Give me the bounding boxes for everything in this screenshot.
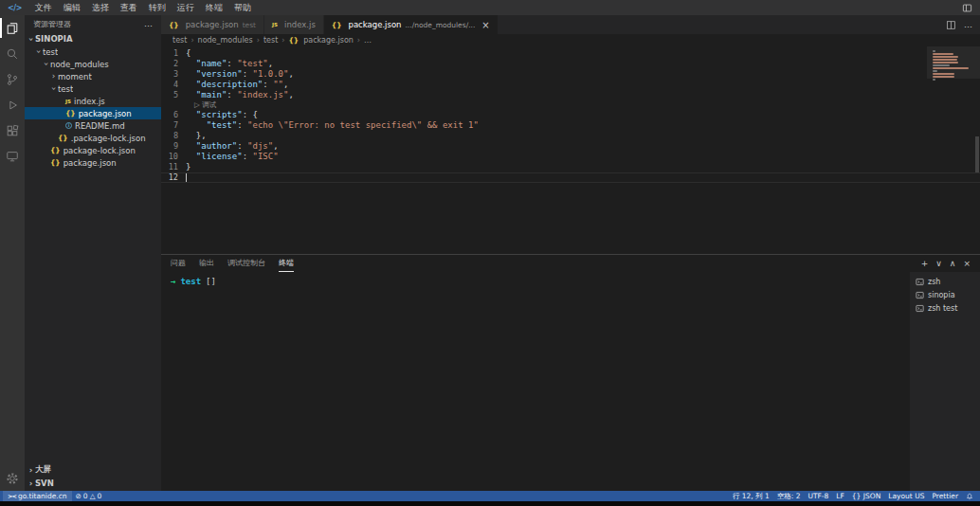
terminal-picker-icon[interactable]: ∨ <box>935 260 942 268</box>
panel-tab[interactable]: 输出 <box>199 255 214 272</box>
remote-explorer-icon[interactable] <box>0 143 25 169</box>
more-actions-icon[interactable]: … <box>144 19 153 28</box>
new-terminal-icon[interactable]: + <box>921 260 929 268</box>
status-item[interactable]: LF <box>832 491 848 501</box>
code-line[interactable]: 11} <box>161 162 980 172</box>
scrollbar-thumb[interactable] <box>975 136 979 172</box>
menu-item[interactable]: 选择 <box>86 0 115 15</box>
terminal-list-label: zsh <box>928 278 940 286</box>
minimap-line <box>933 79 935 81</box>
status-right: 行 12, 列 1空格: 2UTF-8LF{} JSONLayout USPre… <box>729 491 977 501</box>
codelens-row[interactable]: ▷ 调试 <box>161 100 980 110</box>
bell-icon[interactable] <box>962 491 977 501</box>
breadcrumb-item[interactable]: test <box>172 36 187 45</box>
editor-tab[interactable]: {}package.json.../node_modules/...× <box>324 15 499 34</box>
code-line[interactable]: 7 "test": "echo \"Error: no test specifi… <box>161 120 980 131</box>
tree-item[interactable]: {}.package-lock.json <box>25 132 161 144</box>
tree-item[interactable]: {}package.json <box>25 107 161 119</box>
sidebar-section[interactable]: ›SVN <box>25 477 161 490</box>
menu-item[interactable]: 帮助 <box>228 0 257 15</box>
status-item[interactable]: 行 12, 列 1 <box>729 491 773 501</box>
status-item[interactable]: Prettier <box>928 491 962 501</box>
close-panel-icon[interactable]: × <box>963 260 971 268</box>
minimap[interactable] <box>933 50 971 81</box>
menu-item[interactable]: 终端 <box>200 0 228 15</box>
code-line[interactable]: 9 "author": "djs", <box>161 141 980 152</box>
tab-label: package.json <box>349 20 402 29</box>
line-number: 5 <box>161 90 186 100</box>
remote-host: go.titanide.cn <box>18 492 67 500</box>
code-line[interactable]: 4 "description": "", <box>161 80 980 90</box>
panel-tab[interactable]: 终端 <box>279 255 294 272</box>
settings-icon[interactable] <box>0 465 25 491</box>
code-line[interactable]: 2 "name": "test", <box>161 59 980 69</box>
chevron-right-icon: › <box>27 479 35 488</box>
tree-item[interactable]: ›test <box>25 45 161 58</box>
workspace-section-header[interactable]: › SINOPIA <box>25 32 161 45</box>
panel-tab[interactable]: 调试控制台 <box>227 255 265 272</box>
terminal-list-item[interactable]: sinopia <box>910 288 980 301</box>
file-tree: ›test›node_modules›moment›testJSindex.js… <box>25 45 161 463</box>
remote-indicator[interactable]: >< go.titanide.cn <box>3 491 72 501</box>
code-line[interactable]: 8 }, <box>161 131 980 141</box>
line-number: 4 <box>161 80 186 90</box>
layout-toggle-icon[interactable] <box>962 3 972 13</box>
code-line[interactable]: 10 "license": "ISC" <box>161 152 980 162</box>
tree-item[interactable]: {}package-lock.json <box>25 144 161 156</box>
breadcrumb-item[interactable]: … <box>364 36 372 45</box>
panel-tab[interactable]: 问题 <box>171 255 186 272</box>
code-text: }, <box>186 131 207 141</box>
menu-item[interactable]: 编辑 <box>58 0 86 15</box>
source-control-icon[interactable] <box>0 66 25 92</box>
sidebar-section[interactable]: ›大屏 <box>25 463 161 477</box>
terminal-list-item[interactable]: zsh <box>910 275 980 288</box>
maximize-panel-icon[interactable]: ∧ <box>950 260 956 268</box>
code-line[interactable]: 3 "version": "1.0.0", <box>161 69 980 80</box>
tree-item[interactable]: {}package.json <box>25 156 161 169</box>
search-icon[interactable] <box>0 41 25 66</box>
tree-item[interactable]: ›moment <box>25 70 161 82</box>
code-line[interactable]: 5 "main": "index.js", <box>161 90 980 100</box>
panel-body: → test [] zshsinopiazsh test <box>161 272 980 491</box>
tree-item[interactable]: ›node_modules <box>25 58 161 70</box>
status-item[interactable]: Layout US <box>884 491 928 501</box>
status-item[interactable]: {} JSON <box>848 491 884 501</box>
menu-item[interactable]: 查看 <box>115 0 143 15</box>
code-line[interactable]: 1{ <box>161 48 980 59</box>
breadcrumb-item[interactable]: test <box>263 36 278 45</box>
run-debug-icon[interactable] <box>0 92 25 117</box>
editor-group: {}package.jsontestJSindex.js{}package.js… <box>161 15 980 491</box>
explorer-icon[interactable] <box>0 15 25 41</box>
menu-item[interactable]: 文件 <box>29 0 58 15</box>
breadcrumb-item[interactable]: {}package.json <box>288 36 353 45</box>
code-editor[interactable]: 1{2 "name": "test",3 "version": "1.0.0",… <box>161 46 980 254</box>
json-file-icon: {} <box>50 146 61 154</box>
title-bar: </> 文件编辑选择查看转到运行终端帮助 <box>0 0 980 15</box>
json-file-icon: {} <box>50 158 61 167</box>
tree-item[interactable]: ›test <box>25 82 161 95</box>
bottom-panel: 问题输出调试控制台终端 +∨∧× → test [] zshsinopiazsh… <box>161 254 980 491</box>
minimap-line <box>933 62 958 63</box>
status-item[interactable]: UTF-8 <box>804 491 832 501</box>
code-lines: 1{2 "name": "test",3 "version": "1.0.0",… <box>161 46 980 183</box>
more-actions-icon[interactable]: … <box>964 20 972 29</box>
code-line[interactable]: 6 "scripts": { <box>161 110 980 120</box>
terminal-output[interactable]: → test [] <box>161 272 910 491</box>
editor-tab[interactable]: {}package.jsontest <box>161 15 264 34</box>
tree-item[interactable]: iREADME.md <box>25 119 161 132</box>
line-number: 8 <box>161 131 186 141</box>
minimap-line <box>933 59 957 61</box>
tab-label: package.json <box>186 20 239 29</box>
split-editor-icon[interactable] <box>946 20 956 30</box>
extensions-icon[interactable] <box>0 117 25 143</box>
close-icon[interactable]: × <box>481 20 489 30</box>
editor-tab[interactable]: JSindex.js <box>264 15 324 34</box>
problems-indicator[interactable]: ⊘ 0 △ 0 <box>72 491 106 501</box>
menu-item[interactable]: 转到 <box>143 0 172 15</box>
tree-item[interactable]: JSindex.js <box>25 95 161 107</box>
breadcrumb-item[interactable]: node_modules <box>198 36 253 45</box>
code-line[interactable]: 12 <box>161 172 980 183</box>
terminal-list-item[interactable]: zsh test <box>910 301 980 315</box>
menu-item[interactable]: 运行 <box>172 0 200 15</box>
status-item[interactable]: 空格: 2 <box>773 491 805 501</box>
